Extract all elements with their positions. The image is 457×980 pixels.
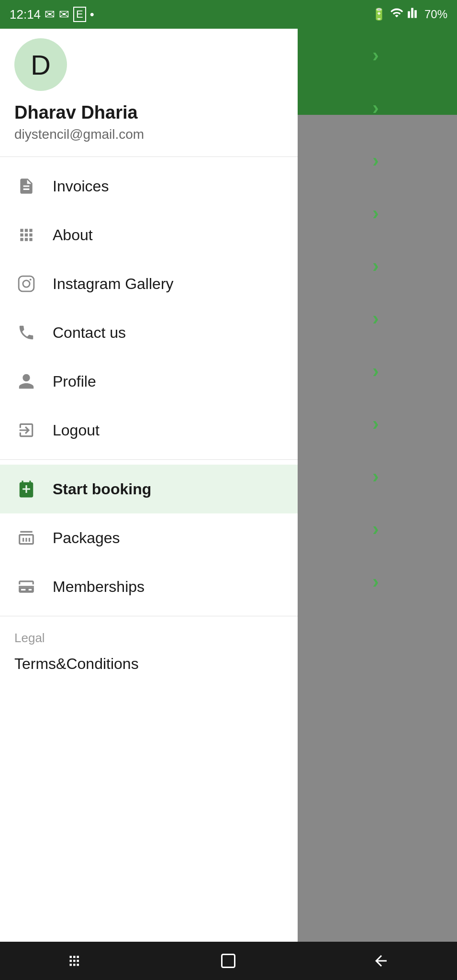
wifi-icon [390, 6, 403, 22]
logout-icon [14, 418, 38, 442]
menu-item-start-booking[interactable]: Start booking [0, 465, 298, 513]
user-name: Dharav Dharia [14, 102, 283, 123]
chevron-item[interactable]: › [294, 29, 457, 81]
contact-label: Contact us [53, 324, 126, 342]
menu-item-logout[interactable]: Logout [0, 406, 298, 455]
chevron-item[interactable]: › [294, 555, 457, 608]
menu-item-memberships[interactable]: Memberships [0, 562, 298, 611]
menu-item-packages[interactable]: Packages [0, 513, 298, 562]
svg-rect-0 [19, 276, 34, 291]
memberships-label: Memberships [53, 578, 145, 596]
battery-percent: 70% [424, 8, 447, 21]
chevron-item[interactable]: › [294, 81, 457, 134]
packages-label: Packages [53, 529, 120, 547]
drawer-panel: D Dharav Dharia diystencil@gmail.com Inv… [0, 0, 298, 947]
about-icon [14, 223, 38, 247]
terms-conditions-link[interactable]: Terms&Conditions [14, 655, 283, 673]
status-bar-right: 🔋 70% [372, 6, 447, 22]
chevron-item[interactable]: › [294, 239, 457, 292]
battery-charging-icon: 🔋 [372, 8, 386, 21]
avatar: D [14, 38, 67, 91]
chevron-list: › › › › › › › › › › › [294, 29, 457, 608]
menu-section-2: Start booking Packages Memberships [0, 460, 298, 616]
nav-bar [0, 942, 457, 980]
status-bar: 12:14 ✉ ✉ E • 🔋 70% [0, 0, 457, 29]
signal-icon [407, 6, 421, 22]
menu-item-invoices[interactable]: Invoices [0, 162, 298, 211]
svg-rect-3 [19, 586, 34, 587]
profile-icon [14, 369, 38, 393]
invoice-icon [14, 174, 38, 198]
avatar-letter: D [31, 49, 51, 81]
booking-icon [14, 477, 38, 501]
chevron-item[interactable]: › [294, 345, 457, 397]
home-button[interactable] [209, 947, 247, 975]
menu-item-profile[interactable]: Profile [0, 357, 298, 406]
about-label: About [53, 226, 93, 244]
chevron-item[interactable]: › [294, 397, 457, 450]
svg-rect-4 [222, 955, 235, 968]
packages-icon [14, 526, 38, 550]
menu-section-1: Invoices About Instagram Gallery [0, 157, 298, 460]
gmail-icon: ✉ [45, 7, 55, 22]
legal-section: Legal Terms&Conditions [0, 616, 298, 682]
profile-label: Profile [53, 373, 96, 390]
menu-item-about[interactable]: About [0, 211, 298, 259]
status-bar-left: 12:14 ✉ ✉ E • [10, 7, 94, 22]
instagram-icon [14, 272, 38, 296]
chevron-item[interactable]: › [294, 450, 457, 502]
memberships-icon [14, 575, 38, 599]
recent-apps-button[interactable] [57, 947, 95, 975]
logout-label: Logout [53, 422, 100, 439]
invoices-label: Invoices [53, 178, 109, 195]
chevron-item[interactable]: › [294, 292, 457, 345]
menu-item-contact[interactable]: Contact us [0, 308, 298, 357]
svg-point-2 [30, 278, 32, 280]
svg-point-1 [23, 280, 30, 287]
start-booking-label: Start booking [53, 480, 151, 498]
gmail-icon-2: ✉ [59, 7, 69, 22]
e-icon: E [73, 7, 86, 22]
instagram-label: Instagram Gallery [53, 275, 174, 293]
chevron-item[interactable]: › [294, 134, 457, 187]
dot-icon: • [90, 7, 94, 22]
legal-heading: Legal [14, 631, 283, 646]
chevron-item[interactable]: › [294, 502, 457, 555]
back-button[interactable] [362, 947, 400, 975]
user-email: diystencil@gmail.com [14, 127, 283, 142]
time-display: 12:14 [10, 7, 41, 22]
chevron-item[interactable]: › [294, 187, 457, 239]
menu-item-instagram[interactable]: Instagram Gallery [0, 259, 298, 308]
phone-icon [14, 321, 38, 345]
